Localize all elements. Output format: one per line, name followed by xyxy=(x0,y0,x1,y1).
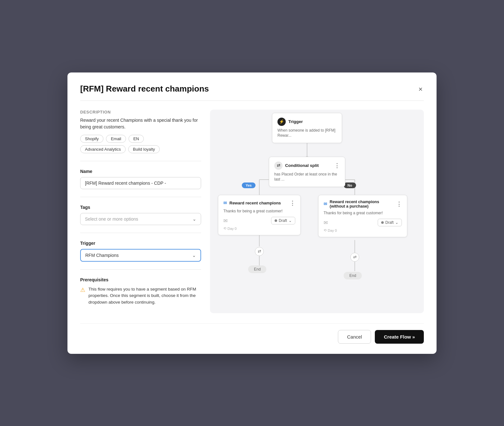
header-divider xyxy=(80,100,424,101)
pill-email: Email xyxy=(106,135,126,143)
draft-dot-left xyxy=(275,219,277,222)
section-divider-2 xyxy=(80,197,201,197)
trigger-label: Trigger xyxy=(80,241,201,246)
email-left-body: Thanks for being a great customer! xyxy=(223,209,295,214)
warning-icon: ⚠ xyxy=(80,286,85,293)
email-left-footer: ✉ Draft ⌄ xyxy=(223,217,295,224)
email-right-body: Thanks for being a great customer! xyxy=(324,210,402,216)
trigger-node: ⚡ Trigger When someone is added to [RFM]… xyxy=(272,113,342,143)
tags-placeholder: Select one or more options xyxy=(85,216,138,222)
email-left-status: Draft xyxy=(279,218,287,223)
day-left-icon: ⟲ xyxy=(223,226,226,230)
flow-diagram-panel: ⚡ Trigger When someone is added to [RFM]… xyxy=(210,110,424,313)
split-icon: ⇄ xyxy=(274,161,283,170)
trigger-icon: ⚡ xyxy=(277,118,286,126)
email-right-sub-icon: ✉ xyxy=(324,220,328,226)
tags-select[interactable]: Select one or more options ⌄ xyxy=(80,213,201,225)
email-right-header: ✉ Reward recent champions (without a pur… xyxy=(324,200,402,209)
description-text: Reward your recent Champions with a spec… xyxy=(80,117,201,130)
pills-row: Shopify Email EN xyxy=(80,135,201,143)
no-label: No xyxy=(344,182,356,188)
end-right-label: End xyxy=(349,273,356,278)
left-panel: Description Reward your recent Champions… xyxy=(80,110,201,313)
section-divider-4 xyxy=(80,269,201,270)
email-left-node: ✉ Reward recent champions ⋮ Thanks for b… xyxy=(218,195,301,236)
warning-text: This flow requires you to have a segment… xyxy=(88,286,201,306)
email-left-title: Reward recent champions xyxy=(229,201,281,205)
email-left-icon: ✉ xyxy=(223,201,227,205)
email-right-draft-badge[interactable]: Draft ⌄ xyxy=(378,219,402,226)
modal-container: [RFM] Reward recent champions × Descript… xyxy=(67,72,437,354)
email-left-day: ⟲ Day 0 xyxy=(223,226,295,230)
no-badge: No xyxy=(344,182,356,188)
split-node-body: has Placed Order at least once in the la… xyxy=(274,172,340,182)
yes-label: Yes xyxy=(242,182,256,188)
email-right-chevron: ⌄ xyxy=(395,220,398,225)
split-node-title: Conditional split xyxy=(285,163,319,168)
email-right-title: Reward recent champions (without a purch… xyxy=(330,200,394,209)
split-more-icon[interactable]: ⋮ xyxy=(334,162,340,169)
email-right-day: ⟲ Day 0 xyxy=(324,228,402,232)
email-right-status: Draft xyxy=(385,220,394,225)
end-left-label: End xyxy=(254,267,261,271)
prerequisites-title: Prerequisites xyxy=(80,277,201,282)
pill-advanced-analytics: Advanced Analytics xyxy=(80,145,126,153)
pill-shopify: Shopify xyxy=(80,135,103,143)
yes-badge: Yes xyxy=(242,182,256,188)
trigger-node-header: ⚡ Trigger xyxy=(277,118,337,126)
section-divider-1 xyxy=(80,161,201,161)
end-right-node: End xyxy=(344,272,362,279)
trigger-value: RFM Champions xyxy=(85,253,119,258)
trigger-chevron-icon: ⌄ xyxy=(192,253,196,258)
email-left-chevron: ⌄ xyxy=(289,218,292,223)
create-flow-button[interactable]: Create Flow » xyxy=(375,330,424,344)
warning-box: ⚠ This flow requires you to have a segme… xyxy=(80,286,201,306)
email-right-more-icon[interactable]: ⋮ xyxy=(396,201,402,208)
email-left-header: ✉ Reward recent champions ⋮ xyxy=(223,200,295,207)
prerequisites-section: Prerequisites ⚠ This flow requires you t… xyxy=(80,277,201,306)
pills-row-2: Advanced Analytics Build loyalty xyxy=(80,145,201,153)
section-divider-3 xyxy=(80,233,201,233)
tags-chevron-icon: ⌄ xyxy=(192,216,196,222)
draft-dot-right xyxy=(381,221,384,224)
split-node: ⇄ Conditional split ⋮ has Placed Order a… xyxy=(269,157,345,187)
sync-left-icon: ⇄ xyxy=(255,247,264,256)
email-right-node: ✉ Reward recent champions (without a pur… xyxy=(318,195,407,237)
cancel-button[interactable]: Cancel xyxy=(338,330,371,344)
name-label: Name xyxy=(80,169,201,174)
trigger-select[interactable]: RFM Champions ⌄ xyxy=(80,249,201,262)
modal-title: [RFM] Reward recent champions xyxy=(80,84,209,94)
email-right-footer: ✉ Draft ⌄ xyxy=(324,219,402,226)
pill-en: EN xyxy=(129,135,144,143)
modal-header: [RFM] Reward recent champions × xyxy=(80,84,424,94)
email-right-icon: ✉ xyxy=(324,202,327,206)
trigger-node-body: When someone is added to [RFM] Rewar... xyxy=(277,128,337,139)
name-input[interactable] xyxy=(80,177,201,189)
email-left-sub-icon: ✉ xyxy=(223,218,228,224)
trigger-node-title: Trigger xyxy=(288,119,303,124)
pill-build-loyalty: Build loyalty xyxy=(128,145,160,153)
sync-right-icon: ⇄ xyxy=(350,253,359,262)
close-button[interactable]: × xyxy=(417,85,424,94)
modal-body: Description Reward your recent Champions… xyxy=(80,110,424,313)
day-right-icon: ⟲ xyxy=(324,228,326,232)
split-node-header: ⇄ Conditional split ⋮ xyxy=(274,161,340,170)
description-label: Description xyxy=(80,110,201,114)
modal-footer: Cancel Create Flow » xyxy=(80,323,424,344)
email-left-draft-badge[interactable]: Draft ⌄ xyxy=(271,217,295,224)
email-left-more-icon[interactable]: ⋮ xyxy=(290,200,295,207)
tags-label: Tags xyxy=(80,205,201,210)
end-left-node: End xyxy=(248,265,266,273)
